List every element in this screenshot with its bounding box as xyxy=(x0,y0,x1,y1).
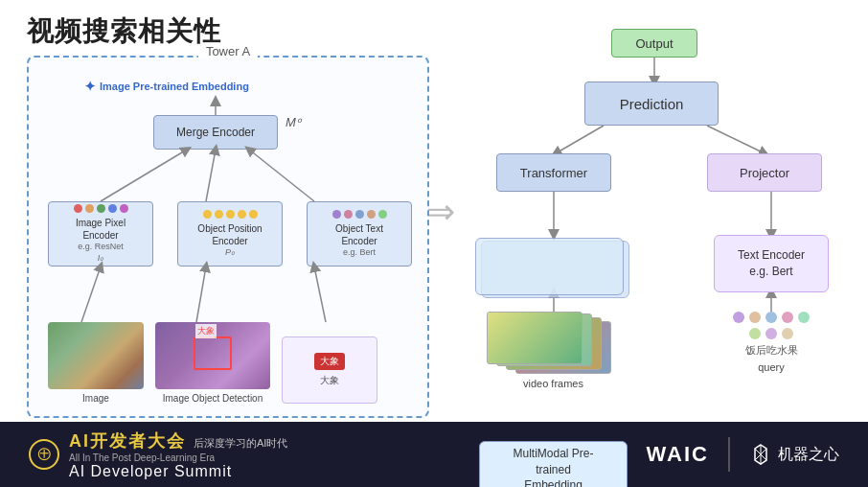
landscape-image xyxy=(48,322,144,389)
query-dot xyxy=(798,312,810,323)
query-dots-row xyxy=(733,312,810,339)
cn-text-small: 大象 xyxy=(320,374,339,387)
jiqixin-logo: 机器之心 xyxy=(749,443,839,466)
query-dot xyxy=(765,328,777,339)
output-box: Output xyxy=(611,29,697,58)
query-dot xyxy=(765,312,777,323)
dot xyxy=(238,210,246,219)
svg-line-8 xyxy=(556,126,604,153)
frame-0 xyxy=(487,312,582,364)
query-dot xyxy=(749,328,761,339)
dot xyxy=(203,210,212,219)
jiqixin-name: 机器之心 xyxy=(778,445,839,465)
bottom-bar: ㊉ AI开发者大会 后深度学习的AI时代 All In The Post Dee… xyxy=(0,422,868,487)
projector-box: Projector xyxy=(707,153,822,192)
object-text-encoder: Object Text Encoder e.g. Bert xyxy=(307,201,412,267)
dot xyxy=(97,204,105,213)
star-icon: ✦ xyxy=(84,79,96,94)
image-row: Image 大象 Image Object Detection 大象 大象 xyxy=(48,322,412,404)
query-dot xyxy=(733,312,744,323)
dot xyxy=(332,210,341,219)
flow-arrow: ⇒ xyxy=(426,192,455,232)
jiqixin-icon xyxy=(749,443,772,466)
dot xyxy=(74,204,82,213)
merge-encoder-box: Merge Encoder xyxy=(153,115,278,150)
video-frames-label: video frames xyxy=(523,378,583,389)
event-subtitle-en: All In The Post Deep-Learning Era xyxy=(69,452,215,463)
svg-line-5 xyxy=(249,150,314,201)
detection-label-cn: 大象 xyxy=(195,324,217,338)
prediction-box: Prediction xyxy=(584,81,719,126)
image-pixel-encoder: Image Pixel Encoder e.g. ResNet I₀ xyxy=(48,201,153,267)
dot xyxy=(344,210,353,219)
svg-line-3 xyxy=(101,150,187,201)
bottom-left-branding: ㊉ AI开发者大会 后深度学习的AI时代 All In The Post Dee… xyxy=(29,429,287,480)
detection-label: Image Object Detection xyxy=(163,393,263,404)
image-item: Image xyxy=(48,322,144,404)
dot-row-1 xyxy=(74,204,128,213)
event-title-cn: AI开发者大会 xyxy=(69,429,186,452)
object-text-area: 大象 大象 xyxy=(282,336,377,404)
svg-line-4 xyxy=(206,150,216,201)
object-position-encoder: Object Position Encoder P₀ xyxy=(177,201,283,267)
text-encoder-box: Text Encoder e.g. Bert xyxy=(714,235,829,292)
page-title: 视频搜索相关性 xyxy=(27,13,221,50)
event-subtitle-cn: 后深度学习的AI时代 xyxy=(194,436,287,451)
transformer-box: Transformer xyxy=(496,153,611,192)
dot xyxy=(249,210,258,219)
svg-line-0 xyxy=(81,267,101,322)
dot-row-2 xyxy=(203,210,258,219)
query-dot xyxy=(782,312,793,323)
stack-card-1 xyxy=(475,238,624,295)
detection-image: 大象 xyxy=(155,322,270,389)
cn-text-tag: 大象 xyxy=(314,353,345,370)
event-logo-icon: ㊉ xyxy=(29,439,59,470)
waic-logo: WAIC xyxy=(647,442,709,467)
pretrained-embedding-label: ✦ Image Pre-trained Embedding xyxy=(84,79,249,94)
left-diagram: Tower A ✦ Image Pre-trained Embedding Me… xyxy=(27,56,429,418)
tower-label: Tower A xyxy=(198,44,258,58)
dot xyxy=(120,204,128,213)
dot xyxy=(378,210,387,219)
video-frames-area: video frames xyxy=(479,312,628,389)
query-dot xyxy=(782,328,793,339)
bottom-right-logos: WAIC 机器之心 xyxy=(647,437,839,472)
query-cn-label: 饭后吃水果 xyxy=(745,343,798,358)
stacked-frames xyxy=(487,312,621,374)
right-diagram: Output Prediction Transformer Projector … xyxy=(469,29,853,412)
detection-item: 大象 Image Object Detection xyxy=(155,322,270,404)
query-area: 饭后吃水果 query xyxy=(714,312,829,373)
event-name-en: AI Developer Summit xyxy=(69,463,287,480)
query-label: query xyxy=(758,361,785,373)
event-subtitle-row: All In The Post Deep-Learning Era xyxy=(69,452,287,463)
detection-bounding-box xyxy=(194,336,232,370)
logo-divider xyxy=(728,437,730,472)
dot xyxy=(215,210,223,219)
svg-line-2 xyxy=(314,267,326,322)
dot-row-3 xyxy=(332,210,387,219)
dot xyxy=(85,204,94,213)
dot xyxy=(355,210,364,219)
image-label: Image xyxy=(82,393,109,404)
multimodal-box: MultiModal Pre- trained Embedding xyxy=(479,441,628,487)
dot xyxy=(226,210,235,219)
event-title-row: AI开发者大会 后深度学习的AI时代 xyxy=(69,429,287,452)
svg-line-9 xyxy=(707,126,765,153)
dot xyxy=(108,204,117,213)
dot xyxy=(367,210,376,219)
event-text-group: AI开发者大会 后深度学习的AI时代 All In The Post Deep-… xyxy=(69,429,287,480)
merge-encoder-math: Mᵒ xyxy=(286,115,301,129)
encoder-row: Image Pixel Encoder e.g. ResNet I₀ Objec… xyxy=(48,201,412,267)
svg-line-1 xyxy=(196,267,206,322)
query-dot xyxy=(749,312,761,323)
